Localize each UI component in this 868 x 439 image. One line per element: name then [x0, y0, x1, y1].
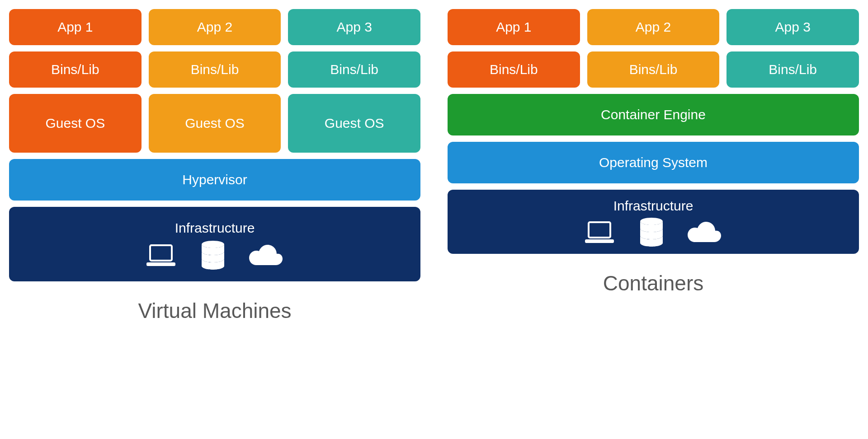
vm-app-3: App 3 — [288, 9, 420, 45]
svg-rect-3 — [589, 222, 610, 238]
vm-infrastructure-label: Infrastructure — [175, 220, 255, 236]
vm-column: App 1 App 2 App 3 Bins/Lib Bins/Lib Bins… — [9, 9, 420, 323]
ct-title: Containers — [448, 271, 859, 295]
ct-apps-row: App 1 App 2 App 3 — [448, 9, 859, 45]
vm-guest-1: Guest OS — [9, 94, 142, 153]
ct-app-2: App 2 — [587, 9, 720, 45]
ct-engine: Container Engine — [448, 94, 859, 135]
vm-bins-1: Bins/Lib — [9, 51, 142, 88]
ct-bins-row: Bins/Lib Bins/Lib Bins/Lib — [448, 51, 859, 88]
vm-guest-2: Guest OS — [149, 94, 281, 153]
cloud-icon — [249, 244, 285, 270]
database-icon — [200, 240, 226, 273]
diagram-container: App 1 App 2 App 3 Bins/Lib Bins/Lib Bins… — [9, 9, 859, 323]
ct-app-3: App 3 — [726, 9, 859, 45]
vm-title: Virtual Machines — [9, 299, 420, 323]
database-icon — [638, 217, 665, 250]
vm-app-1: App 1 — [9, 9, 142, 45]
vm-hypervisor: Hypervisor — [9, 159, 420, 201]
vm-apps-row: App 1 App 2 App 3 — [9, 9, 420, 45]
svg-point-5 — [640, 218, 663, 225]
ct-infrastructure: Infrastructure — [448, 190, 859, 254]
vm-bins-row: Bins/Lib Bins/Lib Bins/Lib — [9, 51, 420, 88]
cloud-icon — [687, 221, 723, 247]
ct-infra-icons — [583, 217, 723, 250]
vm-app-2: App 2 — [149, 9, 281, 45]
svg-rect-0 — [150, 245, 172, 261]
vm-bins-2: Bins/Lib — [149, 51, 281, 88]
svg-rect-1 — [146, 262, 175, 266]
ct-bins-2: Bins/Lib — [587, 51, 720, 88]
ct-infrastructure-label: Infrastructure — [613, 198, 693, 214]
vm-guest-row: Guest OS Guest OS Guest OS — [9, 94, 420, 153]
laptop-icon — [145, 243, 177, 271]
ct-app-1: App 1 — [448, 9, 580, 45]
vm-bins-3: Bins/Lib — [288, 51, 420, 88]
ct-bins-1: Bins/Lib — [448, 51, 580, 88]
svg-rect-4 — [585, 239, 614, 243]
vm-guest-3: Guest OS — [288, 94, 420, 153]
ct-bins-3: Bins/Lib — [726, 51, 859, 88]
vm-infra-icons — [145, 240, 285, 273]
vm-infrastructure: Infrastructure — [9, 207, 420, 281]
svg-point-2 — [202, 241, 224, 248]
ct-column: App 1 App 2 App 3 Bins/Lib Bins/Lib Bins… — [448, 9, 859, 323]
laptop-icon — [583, 220, 616, 248]
ct-os: Operating System — [448, 142, 859, 183]
